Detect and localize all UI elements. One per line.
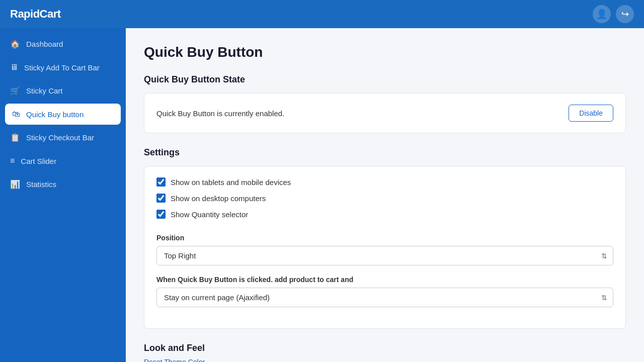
checkbox-desktop-input[interactable]: [156, 194, 166, 203]
sidebar-label-statistics: Statistics: [26, 180, 56, 189]
look-feel-title: Look and Feel: [144, 343, 626, 353]
checkbox-tablets-mobile: Show on tablets and mobile devices: [156, 177, 613, 187]
state-section-title: Quick Buy Button State: [144, 74, 626, 85]
sidebar-label-cart-slider: Cart Slider: [21, 157, 56, 165]
settings-card: Show on tablets and mobile devices Show …: [144, 166, 626, 329]
statistics-icon: 📊: [10, 179, 20, 189]
sidebar-label-sticky-cart: Sticky Cart: [26, 86, 63, 95]
main-content: Quick Buy Button Quick Buy Button State …: [126, 28, 644, 362]
position-select-wrapper: Top Right Top Left Bottom Right Bottom L…: [156, 246, 613, 265]
reset-theme-color-link[interactable]: Reset Theme Color: [144, 358, 205, 362]
header-actions: 👤 ↪: [593, 5, 634, 23]
sticky-checkout-icon: 📋: [10, 133, 20, 142]
position-field-group: Position Top Right Top Left Bottom Right…: [156, 234, 613, 265]
click-action-select-wrapper: Stay on current page (Ajaxified) Go to c…: [156, 288, 613, 307]
sidebar-item-sticky-checkout-bar[interactable]: 📋 Sticky Checkout Bar: [0, 126, 126, 149]
dashboard-icon: 🏠: [10, 39, 20, 49]
sidebar-label-sticky-checkout-bar: Sticky Checkout Bar: [26, 133, 94, 142]
state-card: Quick Buy Button is currently enabled. D…: [144, 93, 626, 133]
checkbox-tablets-mobile-input[interactable]: [156, 177, 166, 187]
header: RapidCart 👤 ↪: [0, 0, 644, 28]
sidebar-item-quick-buy-button[interactable]: 🛍 Quick Buy button: [5, 104, 121, 125]
checkbox-desktop-label[interactable]: Show on desktop computers: [171, 194, 266, 203]
position-select[interactable]: Top Right Top Left Bottom Right Bottom L…: [156, 246, 613, 265]
logout-icon-button[interactable]: ↪: [616, 5, 634, 23]
sidebar-label-quick-buy-button: Quick Buy button: [26, 110, 84, 119]
sidebar-item-cart-slider[interactable]: ≡ Cart Slider: [0, 149, 126, 172]
checkbox-tablets-mobile-label[interactable]: Show on tablets and mobile devices: [171, 178, 291, 187]
layout: 🏠 Dashboard 🖥 Sticky Add To Cart Bar 🛒 S…: [0, 28, 644, 362]
position-label: Position: [156, 234, 613, 242]
state-row: Quick Buy Button is currently enabled. D…: [156, 105, 613, 122]
user-icon-button[interactable]: 👤: [593, 5, 611, 23]
quick-buy-icon: 🛍: [12, 110, 20, 119]
logout-icon: ↪: [621, 9, 629, 20]
sidebar-label-dashboard: Dashboard: [26, 40, 63, 48]
sidebar-item-sticky-cart[interactable]: 🛒 Sticky Cart: [0, 79, 126, 103]
page-title: Quick Buy Button: [144, 44, 626, 60]
settings-section-title: Settings: [144, 147, 626, 158]
look-feel-section: Look and Feel Reset Theme Color: [144, 343, 626, 362]
disable-button[interactable]: Disable: [569, 105, 613, 122]
cart-slider-icon: ≡: [10, 156, 15, 165]
state-status-text: Quick Buy Button is currently enabled.: [156, 109, 284, 118]
sidebar-label-sticky-add-to-cart-bar: Sticky Add To Cart Bar: [24, 63, 100, 72]
checkbox-quantity-label[interactable]: Show Quantity selector: [171, 210, 248, 219]
sticky-cart-icon: 🛒: [10, 86, 20, 96]
sidebar-item-dashboard[interactable]: 🏠 Dashboard: [0, 32, 126, 56]
click-action-field-group: When Quick Buy Button is clicked. add pr…: [156, 276, 613, 307]
click-action-select[interactable]: Stay on current page (Ajaxified) Go to c…: [156, 288, 613, 307]
checkbox-desktop: Show on desktop computers: [156, 194, 613, 203]
sidebar-item-statistics[interactable]: 📊 Statistics: [0, 172, 126, 196]
user-icon: 👤: [596, 9, 607, 20]
checkbox-quantity: Show Quantity selector: [156, 210, 613, 219]
sidebar: 🏠 Dashboard 🖥 Sticky Add To Cart Bar 🛒 S…: [0, 28, 126, 362]
checkbox-quantity-input[interactable]: [156, 210, 166, 219]
logo: RapidCart: [10, 8, 61, 21]
sidebar-item-sticky-add-to-cart-bar[interactable]: 🖥 Sticky Add To Cart Bar: [0, 56, 126, 79]
sticky-add-icon: 🖥: [10, 63, 18, 72]
click-action-label: When Quick Buy Button is clicked. add pr…: [156, 276, 613, 284]
